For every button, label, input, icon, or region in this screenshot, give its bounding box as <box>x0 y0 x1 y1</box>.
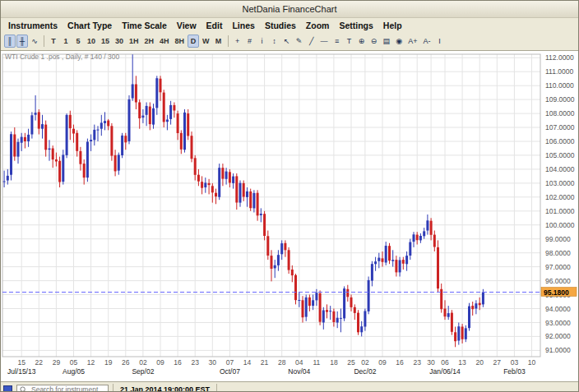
period-button-daily[interactable]: D <box>188 35 199 48</box>
svg-text:13: 13 <box>458 358 466 367</box>
svg-text:106.0000: 106.0000 <box>545 137 575 145</box>
svg-text:94.0000: 94.0000 <box>545 305 571 313</box>
svg-text:107.0000: 107.0000 <box>545 123 575 131</box>
svg-text:16: 16 <box>174 358 182 367</box>
svg-text:29: 29 <box>53 358 61 367</box>
svg-text:99.0000: 99.0000 <box>545 235 571 243</box>
toolbar: ║╫∿T151015301H2H4H8HDWM+#i↕↖✎╱—≡T⊕⊖▤◉A+A… <box>1 32 578 50</box>
svg-text:21: 21 <box>261 358 269 367</box>
period-button-10m[interactable]: 10 <box>85 35 98 48</box>
fibonacci-icon[interactable]: ≡ <box>331 35 343 48</box>
svg-text:110.0000: 110.0000 <box>545 81 574 90</box>
last-update-timestamp: 21 Jan 2014 19:00:00 EST <box>113 384 217 392</box>
svg-text:108.0000: 108.0000 <box>545 109 575 118</box>
period-button-1m[interactable]: 1 <box>60 35 72 48</box>
svg-text:22: 22 <box>35 358 44 367</box>
toolbar-separator <box>228 35 229 47</box>
menu-settings[interactable]: Settings <box>334 20 378 31</box>
period-button-8h[interactable]: 8H <box>173 35 188 48</box>
svg-text:09: 09 <box>378 358 387 367</box>
svg-text:Feb/03: Feb/03 <box>503 367 526 376</box>
zoom-out-icon[interactable]: ⊖ <box>368 35 380 48</box>
grid-icon[interactable]: # <box>244 35 256 48</box>
svg-text:10: 10 <box>528 358 536 367</box>
font-increase-icon[interactable]: A+ <box>405 35 419 48</box>
svg-text:05: 05 <box>70 358 78 367</box>
menu-time-scale[interactable]: Time Scale <box>117 20 172 31</box>
menu-lines[interactable]: Lines <box>227 20 259 31</box>
svg-text:111.0000: 111.0000 <box>545 67 573 76</box>
svg-text:Sep/02: Sep/02 <box>132 367 154 376</box>
trendline-icon[interactable]: ╱ <box>306 35 317 48</box>
search-box[interactable] <box>16 385 109 392</box>
svg-text:Dec/02: Dec/02 <box>354 367 376 376</box>
text-tool-icon[interactable]: T <box>344 35 355 48</box>
vertical-scale-icon[interactable]: ↕ <box>269 35 280 48</box>
svg-text:92.0000: 92.0000 <box>545 332 571 340</box>
crosshair-icon[interactable]: + <box>232 35 243 48</box>
statusbar-app-icon <box>3 385 12 392</box>
svg-text:09: 09 <box>156 358 164 367</box>
svg-text:30: 30 <box>209 358 217 367</box>
bar-chart-icon[interactable]: ╫ <box>16 35 28 48</box>
candlestick-chart[interactable]: 91.000092.000093.000094.000095.000096.00… <box>1 51 578 378</box>
period-button-4h[interactable]: 4H <box>157 35 172 48</box>
line-chart-icon[interactable]: ∿ <box>29 35 40 48</box>
svg-text:03: 03 <box>511 358 519 367</box>
period-button-30m[interactable]: 30 <box>113 35 126 48</box>
horizontal-line-icon[interactable]: — <box>318 35 331 48</box>
svg-text:02: 02 <box>361 358 369 367</box>
svg-text:19: 19 <box>104 358 113 367</box>
search-icon <box>20 386 27 392</box>
measure-icon[interactable]: I <box>433 35 445 48</box>
menu-view[interactable]: View <box>172 20 201 31</box>
menu-help[interactable]: Help <box>378 20 407 31</box>
svg-text:18: 18 <box>330 358 338 367</box>
candlestick-chart-icon[interactable]: ║ <box>4 35 16 48</box>
svg-text:14: 14 <box>243 358 252 367</box>
svg-text:Nov/04: Nov/04 <box>288 367 310 376</box>
svg-text:112.0000: 112.0000 <box>545 53 574 62</box>
svg-text:11: 11 <box>313 358 320 367</box>
svg-text:02: 02 <box>139 358 147 367</box>
svg-text:100.0000: 100.0000 <box>545 221 575 229</box>
period-button-2h[interactable]: 2H <box>142 35 157 48</box>
app-window: NetDania FinanceChart InstrumentsChart T… <box>0 0 579 392</box>
svg-text:25: 25 <box>347 358 355 367</box>
period-button-5m[interactable]: 5 <box>72 35 84 48</box>
period-button-tick[interactable]: T <box>48 35 59 48</box>
window-title: NetDania FinanceChart <box>243 4 337 14</box>
svg-text:30: 30 <box>427 358 435 367</box>
menu-chart-type[interactable]: Chart Type <box>63 20 117 31</box>
info-icon[interactable]: i <box>257 35 268 48</box>
menu-zoom[interactable]: Zoom <box>301 20 335 31</box>
pointer-icon[interactable]: ↖ <box>281 35 293 48</box>
chart-area: WTI Crude 1 .pos , Daily, # 140 / 300 91… <box>1 50 578 381</box>
search-input[interactable] <box>30 385 107 392</box>
svg-text:Jul/15/13: Jul/15/13 <box>7 367 36 376</box>
instrument-label: WTI Crude 1 .pos , Daily, # 140 / 300 <box>5 53 119 61</box>
svg-text:27: 27 <box>493 358 502 367</box>
menu-bar: InstrumentsChart TypeTime ScaleViewEditL… <box>1 18 578 32</box>
svg-text:16: 16 <box>396 358 404 367</box>
svg-text:93.0000: 93.0000 <box>545 319 571 327</box>
menu-edit[interactable]: Edit <box>201 20 228 31</box>
period-button-weekly[interactable]: W <box>200 35 212 48</box>
svg-text:96.0000: 96.0000 <box>545 277 571 285</box>
status-bar: 21 Jan 2014 19:00:00 EST <box>1 381 578 392</box>
svg-text:98.0000: 98.0000 <box>545 249 571 257</box>
period-button-monthly[interactable]: M <box>213 35 225 48</box>
menu-studies[interactable]: Studies <box>260 20 301 31</box>
svg-text:12: 12 <box>87 358 95 367</box>
font-decrease-icon[interactable]: A- <box>420 35 433 48</box>
period-button-1h[interactable]: 1H <box>127 35 141 48</box>
snapshot-icon[interactable]: ◉ <box>393 35 405 48</box>
svg-text:26: 26 <box>122 358 130 367</box>
print-icon[interactable]: ▤ <box>381 35 393 48</box>
svg-text:Jan/06/14: Jan/06/14 <box>429 367 461 376</box>
svg-text:20: 20 <box>475 358 484 367</box>
period-button-15m[interactable]: 15 <box>99 35 112 48</box>
menu-instruments[interactable]: Instruments <box>3 20 63 31</box>
pencil-icon[interactable]: ✎ <box>294 35 305 48</box>
zoom-in-icon[interactable]: ⊕ <box>356 35 368 48</box>
